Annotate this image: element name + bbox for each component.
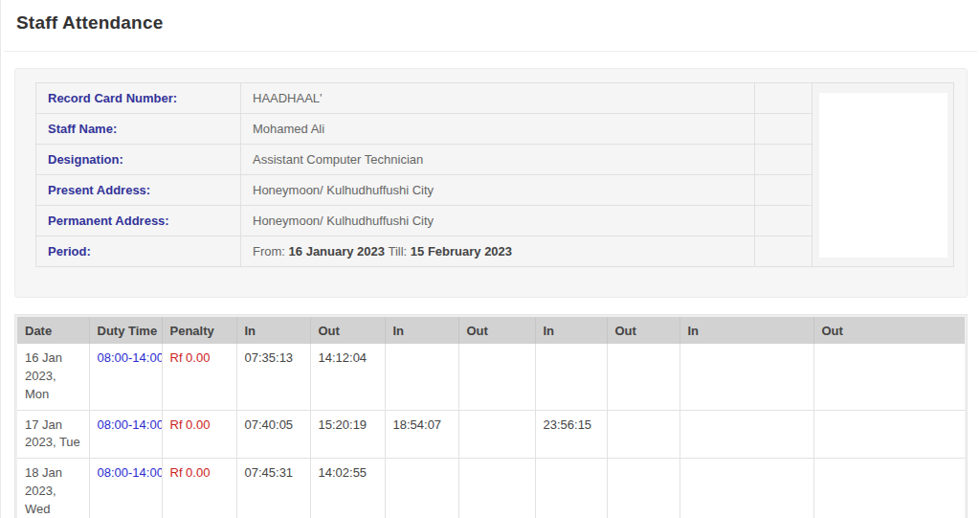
out-2-cell: [458, 344, 535, 410]
penalty-cell: Rf 0.00: [162, 344, 236, 410]
col-header-out-1: Out: [310, 317, 385, 344]
present-address-value: Honeymoon/ Kulhudhuffushi City: [241, 175, 755, 206]
date-line-2: 2023, Mon: [25, 368, 81, 404]
col-header-in-2: In: [385, 317, 458, 344]
info-spacer-cell: [755, 175, 813, 206]
duty-time-cell[interactable]: 08:00-14:00: [89, 410, 162, 459]
col-header-penalty: Penalty: [162, 317, 236, 344]
date-line-1: 16 Jan: [25, 349, 81, 368]
out-3-cell: [607, 459, 679, 518]
in-2-cell: [385, 344, 458, 410]
date-line-1: 17 Jan: [25, 417, 81, 435]
record-card-number-label: Record Card Number:: [36, 83, 241, 114]
staff-attendance-page: { "page": { "title": "Staff Attendance" …: [0, 0, 980, 518]
date-cell: 16 Jan 2023, Mon: [17, 344, 89, 410]
info-spacer-cell: [755, 206, 813, 236]
in-2-cell: 18:54:07: [385, 410, 458, 459]
in-3-cell: [535, 459, 607, 518]
in-1-cell: 07:35:13: [236, 344, 310, 410]
permanent-address-label: Permanent Address:: [36, 206, 241, 236]
attendance-row: 17 Jan 2023, Tue 08:00-14:00 Rf 0.00 07:…: [17, 410, 965, 459]
period-from-label: From:: [253, 244, 285, 259]
out-4-cell: [813, 344, 965, 410]
out-1-cell: 14:02:55: [310, 459, 385, 518]
col-header-in-3: In: [535, 317, 607, 344]
in-1-cell: 07:40:05: [236, 410, 310, 459]
in-2-cell: [385, 459, 458, 518]
designation-value: Assistant Computer Technician: [241, 145, 755, 175]
col-header-out-2: Out: [458, 317, 535, 344]
attendance-row: 18 Jan 2023, Wed 08:00-14:00 Rf 0.00 07:…: [17, 459, 965, 518]
staff-name-value: Mohamed Ali: [241, 114, 755, 145]
attendance-panel: Date Duty Time Penalty In Out In Out In …: [14, 314, 968, 518]
info-spacer-cell: [755, 83, 813, 114]
in-1-cell: 07:45:31: [236, 459, 310, 518]
out-3-cell: [607, 344, 679, 410]
date-cell: 18 Jan 2023, Wed: [17, 459, 89, 518]
attendance-header-row: Date Duty Time Penalty In Out In Out In …: [17, 317, 965, 344]
staff-photo-cell: [813, 83, 954, 267]
col-header-date: Date: [17, 317, 89, 344]
in-4-cell: [679, 344, 813, 410]
period-till-date: 15 February 2023: [411, 244, 512, 259]
info-spacer-cell: [755, 145, 813, 175]
period-from-date: 16 January 2023: [289, 244, 385, 259]
in-3-cell: [535, 344, 607, 410]
period-label: Period:: [36, 236, 241, 267]
col-header-out-4: Out: [813, 317, 965, 344]
col-header-duty-time: Duty Time: [89, 317, 162, 344]
date-line-1: 18 Jan: [25, 464, 81, 483]
in-4-cell: [679, 459, 813, 518]
attendance-row: 16 Jan 2023, Mon 08:00-14:00 Rf 0.00 07:…: [17, 344, 965, 410]
out-2-cell: [458, 459, 535, 518]
date-cell: 17 Jan 2023, Tue: [17, 410, 89, 459]
present-address-label: Present Address:: [36, 175, 241, 206]
date-line-2: 2023, Wed: [25, 483, 81, 518]
page-title: Staff Attendance: [1, 0, 980, 34]
out-2-cell: [458, 410, 535, 459]
out-4-cell: [813, 410, 965, 459]
designation-label: Designation:: [36, 145, 241, 175]
date-line-2: 2023, Tue: [25, 434, 81, 452]
attendance-table: Date Duty Time Penalty In Out In Out In …: [17, 317, 965, 518]
staff-photo-placeholder: [819, 93, 947, 258]
col-header-in-1: In: [236, 317, 310, 344]
in-3-cell: 23:56:15: [535, 410, 607, 459]
col-header-out-3: Out: [607, 317, 679, 344]
staff-name-label: Staff Name:: [36, 114, 241, 145]
duty-time-cell[interactable]: 08:00-14:00: [89, 344, 162, 410]
permanent-address-value: Honeymoon/ Kulhudhuffushi City: [241, 206, 755, 236]
out-3-cell: [607, 410, 679, 459]
col-header-in-4: In: [679, 317, 813, 344]
info-spacer-cell: [755, 236, 813, 267]
penalty-cell: Rf 0.00: [162, 410, 236, 459]
info-spacer-cell: [755, 114, 813, 145]
out-1-cell: 15:20:19: [310, 410, 385, 459]
info-row-record-card: Record Card Number: HAADHAAL': [36, 83, 954, 114]
record-card-number-value: HAADHAAL': [241, 83, 755, 114]
in-4-cell: [679, 410, 813, 459]
out-1-cell: 14:12:04: [310, 344, 385, 410]
title-divider: [4, 51, 977, 52]
period-value: From: 16 January 2023 Till: 15 February …: [241, 236, 755, 267]
duty-time-cell[interactable]: 08:00-14:00: [89, 459, 162, 518]
period-till-label: Till:: [388, 244, 407, 259]
staff-info-table: Record Card Number: HAADHAAL' Staff Name…: [35, 82, 954, 267]
staff-info-panel: Record Card Number: HAADHAAL' Staff Name…: [14, 68, 968, 298]
penalty-cell: Rf 0.00: [162, 459, 236, 518]
out-4-cell: [813, 459, 965, 518]
